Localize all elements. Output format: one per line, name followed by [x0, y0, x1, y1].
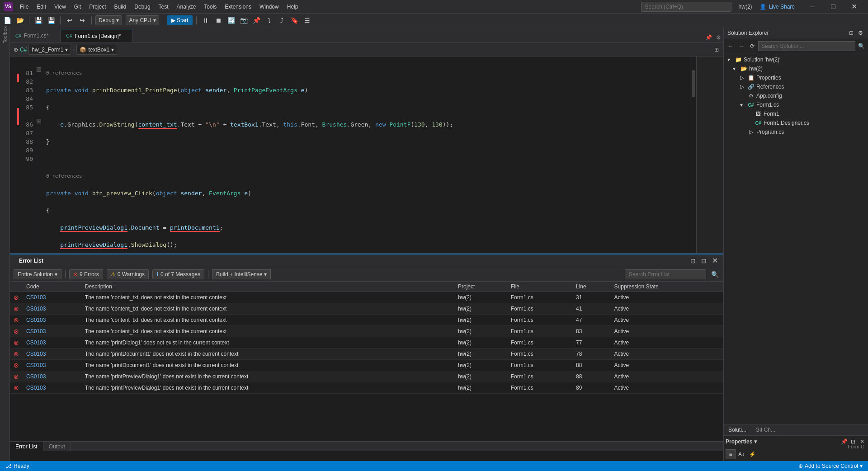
menu-analyze[interactable]: Analyze	[173, 3, 200, 11]
error-row-code-1[interactable]: CS0103	[23, 303, 81, 315]
toolbar-btn-4[interactable]: 📷	[238, 15, 249, 26]
error-filter-button[interactable]: ⊗ 9 Errors	[69, 269, 103, 279]
menu-project[interactable]: Project	[85, 3, 109, 11]
menu-build[interactable]: Build	[111, 3, 130, 11]
error-row-code-4[interactable]: CS0103	[23, 337, 81, 349]
output-tab[interactable]: Output	[43, 442, 71, 452]
se-search-btn[interactable]: 🔍	[856, 41, 866, 51]
se-filter-button[interactable]: ⊡	[847, 29, 855, 37]
se-settings-button[interactable]: ⚙	[856, 29, 864, 37]
collapse-86[interactable]: -	[35, 117, 42, 125]
save-all-button[interactable]: 💾	[46, 15, 57, 26]
tree-form1[interactable]: ▾ C# Form1.cs	[724, 100, 868, 109]
code-editor[interactable]: 81 82 83 84 85 86 87 88 89 90	[10, 57, 723, 254]
platform-dropdown[interactable]: Any CPU ▾	[126, 15, 159, 25]
open-button[interactable]: 📂	[14, 15, 25, 26]
toolbar-btn-6[interactable]: ⤵	[264, 15, 274, 26]
vertical-scrollbar[interactable]	[690, 57, 696, 253]
error-row-8[interactable]: ⊗ CS0103 The name 'printPreviewDialog1' …	[10, 382, 723, 394]
tree-hw2[interactable]: ▾ 📂 hw(2)	[724, 64, 868, 73]
menu-edit[interactable]: Edit	[33, 3, 50, 11]
panel-settings-button[interactable]: ⊟	[699, 256, 709, 266]
se-sync-btn[interactable]: ⟳	[747, 41, 757, 51]
properties-pin-button[interactable]: 📌	[840, 438, 848, 446]
tab-settings-button[interactable]: ⚙	[713, 33, 723, 42]
tab-form1-design[interactable]: C# Form1.cs [Design]* ✕	[61, 29, 133, 42]
collapse-81[interactable]: -	[35, 65, 42, 74]
tree-form1-class[interactable]: 🖼 Form1	[724, 109, 868, 118]
tab-form1-cs[interactable]: C# Form1.cs* ✕	[10, 29, 61, 42]
save-button[interactable]: 💾	[33, 15, 44, 26]
tree-properties[interactable]: ▷ 📋 Properties	[724, 73, 868, 82]
error-row-7[interactable]: ⊗ CS0103 The name 'printPreviewDialog1' …	[10, 371, 723, 382]
props-alphabetical-btn[interactable]: A↓	[736, 449, 746, 459]
tree-solution[interactable]: ▾ 📁 Solution 'hw(2)'	[724, 55, 868, 64]
error-row-code-3[interactable]: CS0103	[23, 326, 81, 337]
close-button[interactable]: ✕	[844, 0, 864, 14]
error-row-5[interactable]: ⊗ CS0103 The name 'printDocument1' does …	[10, 349, 723, 360]
menu-extensions[interactable]: Extensions	[221, 3, 255, 11]
toolbar-btn-3[interactable]: 🔄	[226, 15, 236, 26]
debug-config-dropdown[interactable]: Debug ▾	[95, 15, 122, 25]
tree-form1-designer[interactable]: C# Form1.Designer.cs	[724, 118, 868, 127]
tree-references[interactable]: ▷ 🔗 References	[724, 82, 868, 91]
add-source-control[interactable]: ⊕ Add to Source Control ▾	[797, 463, 864, 469]
class-dropdown[interactable]: hw_2_Form1 ▾	[28, 45, 71, 55]
menu-debug[interactable]: Debug	[131, 3, 154, 11]
start-button[interactable]: ▶ Start	[167, 15, 193, 25]
minimize-button[interactable]: ─	[802, 0, 823, 14]
error-search-button[interactable]: 🔍	[710, 269, 720, 279]
error-list-tab[interactable]: Error List	[10, 442, 43, 452]
error-row-3[interactable]: ⊗ CS0103 The name 'content_txt' does not…	[10, 326, 723, 337]
se-search-input[interactable]	[758, 41, 855, 51]
col-description[interactable]: Description ↑	[81, 282, 454, 292]
maximize-button[interactable]: □	[823, 0, 844, 14]
panel-move-button[interactable]: ⊡	[688, 256, 698, 266]
git-status[interactable]: ⎇ Ready	[4, 463, 31, 469]
error-row-1[interactable]: ⊗ CS0103 The name 'content_txt' does not…	[10, 303, 723, 315]
props-events-btn[interactable]: ⚡	[747, 449, 757, 459]
toolbox-label[interactable]: Toolbox	[1, 31, 9, 39]
build-filter-dropdown[interactable]: Build + IntelliSense ▾	[212, 269, 271, 279]
collapse-btn-81[interactable]: -	[37, 67, 41, 72]
error-table-container[interactable]: Code Description ↑ Project File Line Sup…	[10, 282, 723, 441]
redo-button[interactable]: ↪	[77, 15, 88, 26]
menu-view[interactable]: View	[51, 3, 70, 11]
error-row-2[interactable]: ⊗ CS0103 The name 'content_txt' does not…	[10, 315, 723, 326]
menu-git[interactable]: Git	[71, 3, 85, 11]
col-project[interactable]: Project	[454, 282, 507, 292]
error-row-code-2[interactable]: CS0103	[23, 315, 81, 326]
member-dropdown[interactable]: 📦 textBox1 ▾	[76, 45, 117, 55]
error-search-input[interactable]	[625, 269, 706, 279]
toolbar-btn-7[interactable]: ⤴	[276, 15, 287, 26]
error-row-code-7[interactable]: CS0103	[23, 371, 81, 382]
split-editor-button[interactable]: ⊞	[712, 45, 722, 55]
code-content[interactable]: 0 references private void printDocument1…	[42, 57, 690, 253]
toolbar-btn-9[interactable]: ☰	[302, 15, 312, 26]
error-row-0[interactable]: ⊗ CS0103 The name 'content_txt' does not…	[10, 292, 723, 303]
se-back-btn[interactable]: ←	[726, 41, 736, 51]
warning-filter-button[interactable]: ⚠ 0 Warnings	[107, 269, 149, 279]
col-line[interactable]: Line	[572, 282, 611, 292]
tree-program[interactable]: ▷ Program.cs	[724, 127, 868, 137]
live-share-button[interactable]: 👤 Live Share	[752, 4, 802, 10]
toolbar-btn-2[interactable]: ⏹	[213, 15, 224, 26]
panel-close-button[interactable]: ✕	[710, 256, 720, 266]
toolbar-btn-1[interactable]: ⏸	[200, 15, 211, 26]
scope-dropdown[interactable]: Entire Solution ▾	[14, 269, 61, 279]
message-filter-button[interactable]: ℹ 0 of 7 Messages	[152, 269, 204, 279]
new-file-button[interactable]: 📄	[2, 15, 13, 26]
pin-tab-button[interactable]: 📌	[703, 33, 713, 42]
props-categorized-btn[interactable]: ≡	[726, 449, 736, 459]
menu-window[interactable]: Window	[256, 3, 283, 11]
error-row-code-0[interactable]: CS0103	[23, 292, 81, 303]
col-code[interactable]: Code	[23, 282, 81, 292]
error-row-code-6[interactable]: CS0103	[23, 360, 81, 371]
menu-test[interactable]: Test	[155, 3, 172, 11]
menu-file[interactable]: File	[16, 3, 32, 11]
se-tab-gitchanges[interactable]: Git Ch...	[751, 424, 780, 436]
se-forward-btn[interactable]: →	[736, 41, 746, 51]
scrollbar-thumb[interactable]	[692, 70, 695, 97]
toolbar-btn-8[interactable]: 🔖	[289, 15, 300, 26]
tree-appconfig[interactable]: ⚙ App.config	[724, 91, 868, 100]
